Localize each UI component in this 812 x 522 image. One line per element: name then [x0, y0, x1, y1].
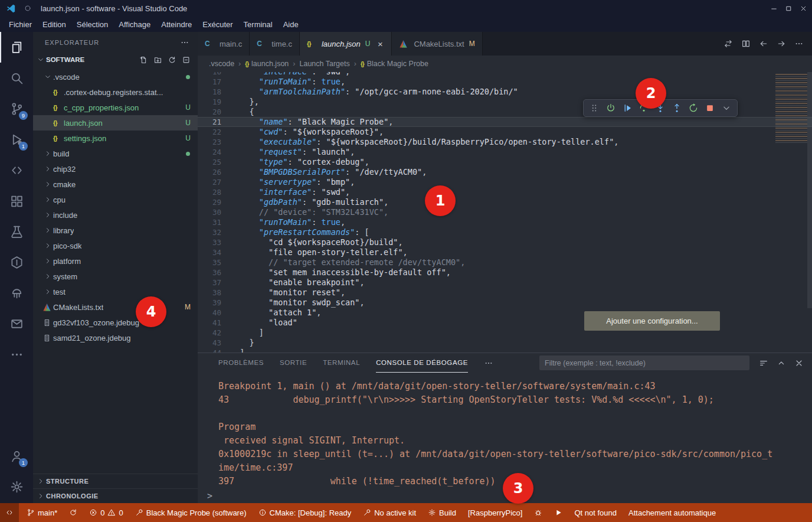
status-debug-configuration[interactable]: Black Magic Probe (software)	[129, 503, 253, 522]
activity-extension-view-b[interactable]	[0, 278, 33, 308]
status-debug-target[interactable]	[528, 503, 548, 522]
menu-terminal[interactable]: Terminal	[238, 20, 278, 29]
maximize-panel-icon[interactable]	[777, 358, 786, 368]
status-remote-indicator[interactable]	[0, 503, 19, 522]
refresh-icon[interactable]	[168, 56, 176, 64]
status-cmake-kit[interactable]: No active kit	[357, 503, 422, 522]
drag-handle-button[interactable]	[587, 100, 602, 116]
tab-main-c[interactable]: Cmain.c	[198, 32, 250, 56]
cmake-file-icon	[42, 303, 53, 312]
breadcrumb-item-vscode[interactable]: .vscode	[209, 60, 234, 68]
status-cmake-status[interactable]: CMake: [Debug]: Ready	[253, 503, 358, 522]
breadcrumb-item-black-magic-probe[interactable]: {}Black Magic Probe	[361, 60, 428, 68]
maximize-button[interactable]	[781, 0, 796, 17]
step-out-button[interactable]	[669, 100, 685, 116]
status-auto-attach[interactable]: Attachement automatique	[623, 503, 722, 522]
tree-item-c-cpp-properties-json[interactable]: {}c_cpp_properties.jsonU	[33, 100, 198, 115]
tab-cmakelists-txt[interactable]: CMakeLists.txtM	[392, 32, 482, 56]
more-panel-tabs-icon[interactable]	[484, 358, 493, 368]
menu-edition[interactable]: Edition	[37, 20, 71, 29]
tree-item-cmakelists-txt[interactable]: CMakeLists.txtM	[33, 299, 198, 315]
minimap[interactable]	[775, 72, 807, 353]
activity-source-control[interactable]: 9	[0, 93, 33, 124]
filter-input[interactable]	[539, 355, 749, 370]
activity-accounts[interactable]: 1	[0, 441, 33, 471]
panel-tab-sortie[interactable]: SORTIE	[280, 353, 307, 373]
menu-atteindre[interactable]: Atteindre	[156, 20, 197, 29]
status-problems[interactable]: 00	[83, 503, 129, 522]
activity-explorer[interactable]	[0, 32, 33, 63]
tree-item-gd32vf103-ozone-jdebug[interactable]: gd32vf103_ozone.jdebug	[33, 315, 198, 330]
stop-button[interactable]	[702, 100, 718, 116]
code-editor[interactable]: 16 "interface": "swd",17 "runToMain": tr…	[198, 72, 812, 353]
minimize-button[interactable]	[767, 0, 781, 17]
activity-search[interactable]	[0, 63, 33, 93]
tree-item-launch-json[interactable]: {}launch.jsonU	[33, 115, 198, 130]
activity-extension-view-a[interactable]	[0, 247, 33, 278]
section-chronologie[interactable]: CHRONOLOGIE	[33, 488, 198, 503]
close-window-button[interactable]	[796, 0, 811, 17]
toggle-layout-icon[interactable]	[723, 39, 733, 48]
more-editor-actions-icon[interactable]	[794, 39, 804, 48]
panel-tab-probl-mes[interactable]: PROBLÈMES	[218, 353, 264, 373]
collapse-all-icon[interactable]	[182, 56, 191, 64]
section-header-software[interactable]: SOFTWARE	[33, 53, 198, 67]
status-run-target[interactable]	[548, 503, 568, 522]
continue-button[interactable]	[620, 100, 635, 116]
go-forward-icon[interactable]	[777, 39, 786, 48]
tab-launch-json[interactable]: {}launch.jsonU×	[300, 32, 392, 56]
tree-item-system[interactable]: system	[33, 269, 198, 284]
output-options-icon[interactable]	[759, 358, 768, 368]
breadcrumb-item-launch-json[interactable]: {}launch.json	[245, 60, 289, 68]
tree-item-cpu[interactable]: cpu	[33, 192, 198, 207]
close-panel-icon[interactable]	[794, 358, 804, 368]
status-launch-target[interactable]: [RaspberryPico]	[462, 503, 528, 522]
tree-item-library[interactable]: library	[33, 223, 198, 238]
menu-s-lection[interactable]: Sélection	[71, 20, 113, 29]
activity-extensions[interactable]	[0, 185, 33, 216]
console-prompt[interactable]: >	[207, 491, 212, 501]
activity-remote-explorer[interactable]	[0, 155, 33, 185]
menu-aide[interactable]: Aide	[278, 20, 304, 29]
menu-ex-cuter[interactable]: Exécuter	[197, 20, 238, 29]
tree-item-include[interactable]: include	[33, 207, 198, 223]
more-debug-button[interactable]	[719, 100, 734, 116]
activity-manage[interactable]	[0, 471, 33, 502]
breadcrumb-item-launch-targets[interactable]: Launch Targets	[299, 60, 349, 68]
section-structure[interactable]: STRUCTURE	[33, 474, 198, 488]
menu-fichier[interactable]: Fichier	[4, 20, 37, 29]
breadcrumb: .vscode›{}launch.json›Launch Targets›{}B…	[198, 56, 812, 72]
new-folder-icon[interactable]	[153, 56, 162, 64]
tree-item-cortex-debug-registers-stat[interactable]: {}.cortex-debug.registers.stat...	[33, 84, 198, 100]
reset-button[interactable]	[603, 100, 618, 116]
status-qt-status[interactable]: Qt not found	[568, 503, 623, 522]
tab-time-c[interactable]: Ctime.c	[250, 32, 300, 56]
status-git-sync[interactable]	[63, 503, 83, 522]
restart-button[interactable]	[686, 100, 701, 116]
tree-item-cmake[interactable]: cmake	[33, 177, 198, 192]
status-cmake-build[interactable]: Build	[422, 503, 462, 522]
editor-scrollbar[interactable]	[807, 72, 812, 353]
go-back-icon[interactable]	[759, 39, 768, 48]
tree-item-chip32[interactable]: chip32	[33, 161, 198, 177]
activity-testing[interactable]	[0, 216, 33, 247]
tree-item-settings-json[interactable]: {}settings.jsonU	[33, 130, 198, 146]
tree-item-samd21-ozone-jdebug[interactable]: samd21_ozone.jdebug	[33, 330, 198, 345]
tree-item-pico-sdk[interactable]: pico-sdk	[33, 238, 198, 253]
split-editor-icon[interactable]	[741, 39, 751, 48]
more-actions-icon[interactable]	[180, 38, 189, 47]
status-git-branch[interactable]: main*	[21, 503, 63, 522]
panel-tab-terminal[interactable]: TERMINAL	[323, 353, 360, 373]
tree-item-platform[interactable]: platform	[33, 253, 198, 269]
tree-item-test[interactable]: test	[33, 284, 198, 299]
activity-extension-view-c[interactable]	[0, 308, 33, 339]
new-file-icon[interactable]	[139, 56, 148, 64]
panel-tab-console-de-d-bogage[interactable]: CONSOLE DE DÉBOGAGE	[376, 353, 468, 373]
activity-run-and-debug[interactable]: 1	[0, 124, 33, 155]
add-configuration-button[interactable]: Ajouter une configuration...	[584, 311, 720, 331]
tree-item-build[interactable]: build	[33, 146, 198, 161]
close-icon[interactable]: ×	[376, 39, 384, 49]
menu-affichage[interactable]: Affichage	[113, 20, 156, 29]
tree-item-vscode[interactable]: .vscode	[33, 69, 198, 84]
activity-additional-views[interactable]	[0, 339, 33, 370]
